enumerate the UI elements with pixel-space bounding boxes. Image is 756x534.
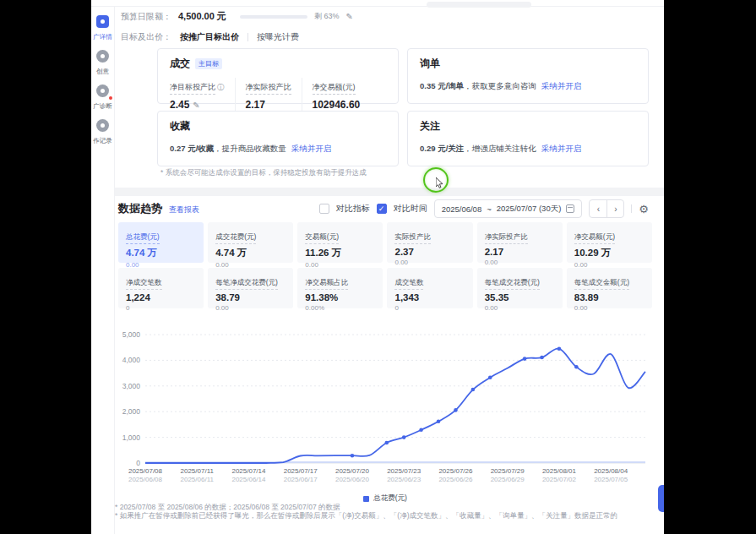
date-range-picker[interactable]: 2025/06/08 ~ 2025/07/07 (30天) <box>434 199 583 218</box>
sidebar-item-diagnose[interactable]: 广诊断 <box>91 84 114 111</box>
section-divider-band <box>115 188 664 196</box>
goal-card-成交: 成交主目标净目标投产比ⓘ2.45✎净实际投产比2.17净交易额(元)102946… <box>157 48 399 104</box>
info-icon[interactable]: ⓘ <box>217 83 225 91</box>
metric-card-value: 1,224 <box>126 292 196 302</box>
budget-row: 预算日限额： 4,500.00 元 剩 63% ✎ <box>121 10 353 23</box>
metric-card[interactable]: 每笔净成交花费(元)38.790.00 <box>208 268 293 308</box>
svg-text:2025/06/26: 2025/06/26 <box>438 476 473 483</box>
metric-card-label: 净成交笔数 <box>126 278 162 290</box>
metric-card-value: 11.26 万 <box>305 247 375 259</box>
svg-text:2025/06/23: 2025/06/23 <box>387 476 422 483</box>
trend-chart: 01,0002,0003,0004,0005,0002025/07/082025… <box>115 326 655 492</box>
data-point-marker <box>454 408 458 412</box>
adopt-and-enable-link[interactable]: 采纳并开启 <box>541 81 582 90</box>
goal-card-title-row: 成交主目标 <box>170 57 386 71</box>
next-period-button[interactable]: › <box>606 200 623 217</box>
side-drawer-handle[interactable] <box>658 485 664 512</box>
metric-card-label: 净实际投产比 <box>485 232 528 244</box>
prev-period-button[interactable]: ‹ <box>590 200 606 217</box>
compare-metric-checkbox[interactable] <box>319 204 329 214</box>
compare-metric-label[interactable]: 对比指标 <box>336 203 370 215</box>
metric-card[interactable]: 净交易额占比91.38%0.00% <box>297 268 383 308</box>
metric-card-value: 1,343 <box>394 292 465 302</box>
goal-card-title: 成交 <box>170 57 190 71</box>
svg-text:5,000: 5,000 <box>122 330 141 339</box>
metric-card[interactable]: 每笔成交金额(元)83.890.00 <box>567 268 652 308</box>
diagnose-icon <box>96 84 109 97</box>
data-point-marker <box>557 346 562 351</box>
metric-card[interactable]: 每笔成交花费(元)35.350.00 <box>477 268 563 308</box>
svg-text:2025/06/11: 2025/06/11 <box>181 476 215 483</box>
svg-text:2025/07/11: 2025/07/11 <box>181 467 215 475</box>
data-point-marker <box>523 357 527 361</box>
data-point-marker <box>471 388 476 392</box>
svg-text:2025/06/17: 2025/06/17 <box>284 476 318 483</box>
goal-card-关注: 关注0.29 元/关注，增强店铺关注转化采纳并开启 <box>407 111 649 166</box>
metric-card-value: 10.29 万 <box>574 247 645 259</box>
svg-text:4,000: 4,000 <box>122 356 141 364</box>
sidebar-item-creative[interactable]: 创意 <box>91 50 114 76</box>
trend-controls: 对比指标 ✓ 对比时间 2025/06/08 ~ 2025/07/07 (30天… <box>319 199 649 218</box>
budget-progressbar <box>240 15 307 19</box>
goal-card-desc-price: 0.27 元/收藏 <box>170 144 214 153</box>
metric-card[interactable]: 净实际投产比2.170.00 <box>477 222 563 263</box>
svg-text:2025/07/20: 2025/07/20 <box>335 467 370 475</box>
metric-card[interactable]: 成交笔数1,3430 <box>387 268 472 308</box>
svg-text:2025/07/17: 2025/07/17 <box>284 467 318 475</box>
metric-card-value: 83.89 <box>574 292 645 302</box>
svg-text:1,000: 1,000 <box>122 433 141 442</box>
metric-card-compare-value: 0 <box>126 304 196 312</box>
svg-text:2025/07/02: 2025/07/02 <box>542 476 577 483</box>
metric-card-label: 成交花费(元) <box>215 232 256 244</box>
budget-label: 预算日限额： <box>121 11 171 23</box>
compare-time-label[interactable]: 对比时间 <box>394 203 427 215</box>
svg-text:2025/08/01: 2025/08/01 <box>542 467 577 475</box>
edit-budget-icon[interactable]: ✎ <box>345 12 352 21</box>
adopt-and-enable-link[interactable]: 采纳并开启 <box>541 144 582 153</box>
sidebar-item-campaign-detail[interactable]: 广详情 <box>91 15 114 41</box>
data-point-marker <box>540 356 544 360</box>
edit-roi-icon[interactable]: ✎ <box>193 101 199 110</box>
goal-metric: 净实际投产比2.17 <box>235 78 302 111</box>
legend-swatch <box>363 496 369 502</box>
budget-value: 4,500.00 元 <box>178 10 226 23</box>
date-pager: ‹ › <box>589 199 624 218</box>
goal-metric-value: 2.17 <box>246 99 291 111</box>
svg-text:2,000: 2,000 <box>122 407 141 416</box>
goal-card-title: 询单 <box>420 57 440 71</box>
svg-text:2025/06/14: 2025/06/14 <box>231 476 266 483</box>
compare-time-checkbox[interactable]: ✓ <box>377 204 387 214</box>
metric-card[interactable]: 净交易额(元)10.29 万0.00 <box>567 222 652 263</box>
svg-text:2025/08/04: 2025/08/04 <box>594 467 628 475</box>
tab-bid-by-goal[interactable]: 按推广目标出价 <box>180 31 239 43</box>
svg-text:2025/07/05: 2025/07/05 <box>594 476 628 483</box>
settings-gear-icon[interactable]: ⚙ <box>639 203 649 215</box>
goal-metric-value: 2.45✎ <box>170 99 225 111</box>
metric-card-label: 净交易额(元) <box>574 232 615 244</box>
svg-text:2025/07/23: 2025/07/23 <box>387 467 422 475</box>
metric-card[interactable]: 实际投产比2.370.00 <box>387 222 472 263</box>
metric-card-label: 交易额(元) <box>305 232 339 244</box>
metric-card[interactable]: 交易额(元)11.26 万0.00 <box>297 222 383 263</box>
metric-card-value: 35.35 <box>485 292 555 302</box>
calendar-icon <box>566 204 574 213</box>
sidebar-item-operation-log[interactable]: 作记录 <box>91 119 114 145</box>
adopt-and-enable-link[interactable]: 采纳并开启 <box>291 144 332 153</box>
trend-header: 数据趋势 查看报表 <box>118 201 199 216</box>
view-report-link[interactable]: 查看报表 <box>169 204 199 215</box>
metric-card[interactable]: 总花费(元)4.74 万0.00 <box>118 222 204 263</box>
goal-card-title-row: 收藏 <box>170 119 386 134</box>
metric-card[interactable]: 净成交笔数1,2240 <box>118 268 204 308</box>
trend-metric-cards: 总花费(元)4.74 万0.00成交花费(元)4.74 万0.00交易额(元)1… <box>118 222 652 308</box>
tab-bid-by-exposure[interactable]: 按曝光计费 <box>257 31 299 43</box>
metric-card-compare-value: 0.00 <box>574 304 645 312</box>
goal-card-title: 收藏 <box>170 119 190 134</box>
goal-card-desc: 0.27 元/收藏，提升商品收藏数量采纳并开启 <box>170 144 386 155</box>
data-point-marker <box>574 365 579 369</box>
goal-metric: 净交易额(元)102946.60 <box>302 78 371 111</box>
metric-card[interactable]: 成交花费(元)4.74 万0.00 <box>208 222 293 263</box>
legend-label: 总花费(元) <box>373 493 407 504</box>
goal-card-询单: 询单0.35 元/询单，获取更多意向咨询采纳并开启 <box>407 48 649 104</box>
sidebar-item-label: 广详情 <box>91 33 114 41</box>
data-point-marker <box>351 454 355 458</box>
